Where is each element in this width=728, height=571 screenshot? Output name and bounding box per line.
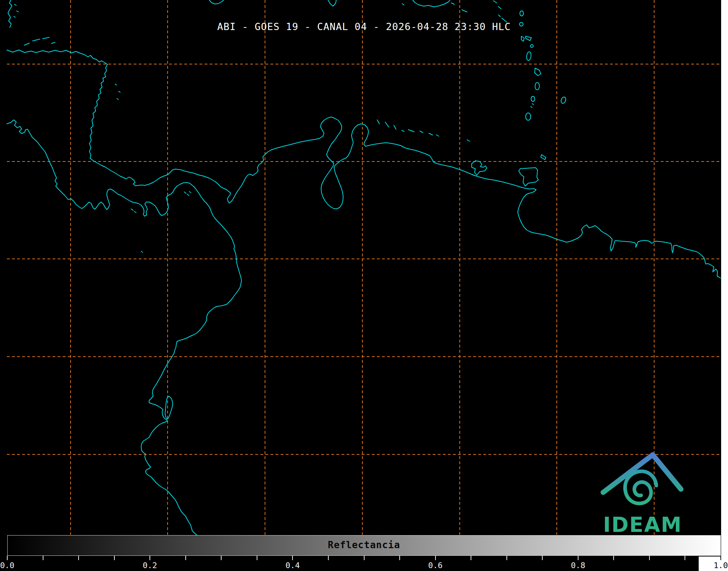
colorbar-tick	[542, 556, 543, 560]
coastline-marie-galante	[530, 45, 533, 47]
coastline-malpelo-island	[141, 251, 143, 252]
coastline-st-vincent	[531, 96, 535, 101]
colorbar-tick	[578, 556, 578, 560]
colorbar-tick	[471, 556, 471, 560]
colorbar-tick	[613, 556, 614, 560]
coastline-dominica	[527, 52, 531, 60]
image-title: ABI - GOES 19 - CANAL 04 - 2026-04-28 23…	[0, 21, 728, 32]
colorbar-tick	[720, 556, 721, 560]
coastline-trinidad	[519, 168, 538, 186]
colorbar-tick-label: 0.8	[571, 561, 585, 570]
satellite-image-viewer: ABI - GOES 19 - CANAL 04 - 2026-04-28 23…	[0, 0, 728, 571]
coastline-grenada	[526, 113, 531, 120]
coastline-tobago	[541, 155, 546, 160]
colorbar-tick	[685, 556, 685, 560]
coastline-margarita	[472, 161, 487, 176]
coastline-caribbean-mainland-coast	[7, 50, 720, 278]
colorbar-tick	[328, 556, 329, 560]
colorbar-tick	[7, 556, 8, 560]
colorbar-tick	[221, 556, 222, 560]
colorbar-tick-label: 0.4	[286, 561, 300, 570]
colorbar-tick	[649, 556, 650, 560]
coastline-hispaniola-fragment-b	[328, 0, 336, 6]
colorbar-tick	[506, 556, 507, 560]
coastline-guadeloupe	[521, 36, 531, 41]
colorbar-tick-label: 0.2	[143, 561, 157, 570]
ideam-mountain-icon	[603, 455, 681, 492]
coastline-barbados	[561, 97, 566, 103]
ideam-logo-text: IDEAM	[603, 513, 682, 535]
coastline-miskito-cays	[115, 84, 120, 100]
colorbar-tick	[292, 556, 293, 560]
coastline-belize-islets	[14, 4, 18, 17]
colorbar-label: Reflectancia	[0, 539, 728, 550]
figure-right-margin	[721, 0, 728, 571]
coastline-abc-islands	[377, 120, 439, 136]
coastline-grenadines	[531, 104, 534, 108]
coastline-hispaniola-fragment-a	[209, 0, 224, 4]
colorbar-tick	[43, 556, 43, 560]
coastline-puna-island	[165, 396, 173, 419]
colorbar-tick	[364, 556, 365, 560]
coastline-puerto-rico	[413, 0, 450, 7]
colorbar-tick	[114, 556, 115, 560]
coastline-barbuda	[520, 11, 523, 16]
coastline-la-tortuga	[467, 140, 470, 141]
colorbar-tick	[150, 556, 150, 560]
coastline-pr-islets	[402, 3, 467, 12]
colorbar-tick	[78, 556, 79, 560]
ideam-swirl-icon	[625, 471, 656, 504]
coastline-st-lucia	[535, 83, 539, 90]
colorbar-tick-label: 1.0	[714, 561, 728, 570]
coastline-leeward-islets	[493, 1, 507, 22]
colorbar-tick-label: 0.0	[0, 561, 14, 570]
colorbar-tick	[185, 556, 186, 560]
coastline-bay-islands	[24, 37, 55, 45]
colorbar-tick	[399, 556, 400, 560]
coastline-pacific-coast	[7, 120, 241, 535]
colorbar-tick	[435, 556, 436, 560]
coastline-coiba-islets	[131, 209, 136, 213]
colorbar-tick	[257, 556, 257, 560]
colorbar-tick-label: 0.6	[428, 561, 443, 570]
ideam-logo: IDEAM	[597, 450, 688, 535]
coastline-pearl-islands	[184, 192, 191, 196]
coastline-martinique	[535, 68, 541, 76]
